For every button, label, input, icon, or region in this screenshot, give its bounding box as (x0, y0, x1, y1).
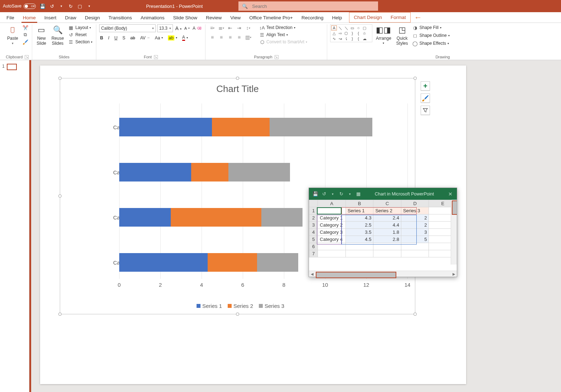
row-header[interactable]: 2 (309, 214, 318, 222)
shape-star-icon[interactable]: ☆ (362, 31, 367, 36)
cell[interactable]: 2.4 (373, 214, 401, 222)
chart-bar-segment[interactable] (191, 163, 228, 182)
resize-handle[interactable] (236, 313, 239, 316)
excel-grid[interactable]: ABCDE1Series 1Series 2Series 32Category … (309, 200, 457, 271)
numbering-button[interactable]: ≣▾ (217, 24, 225, 32)
shape-fill-button[interactable]: ◑Shape Fill▾ (412, 24, 450, 31)
cell[interactable]: 1.8 (373, 229, 401, 236)
cell[interactable] (318, 250, 346, 257)
cell[interactable]: 3.5 (345, 229, 373, 236)
shape-rect-icon[interactable]: ▭ (349, 25, 355, 30)
resize-handle[interactable] (58, 194, 62, 198)
row-header[interactable]: 3 (309, 222, 318, 229)
tab-transitions[interactable]: Transitions (104, 13, 136, 23)
tab-design[interactable]: Design (81, 13, 104, 23)
shape-conn-icon[interactable]: ⤹ (343, 36, 349, 41)
cell[interactable]: Series 3 (401, 207, 429, 214)
shape-curl1-icon[interactable]: ∿ (331, 36, 337, 41)
column-header[interactable]: D (401, 200, 429, 207)
chart-bar-segment[interactable] (119, 118, 212, 136)
canvas[interactable]: Chart Title 02468101214Category 4Categor… (29, 60, 561, 392)
columns-button[interactable]: ▥▾ (244, 34, 252, 41)
font-color-button[interactable]: A▾ (182, 34, 189, 41)
quick-styles-button[interactable]: ◳ Quick Styles (395, 24, 410, 47)
cell[interactable]: Series 1 (345, 207, 373, 214)
reuse-slides-button[interactable]: 🔍 Reuse Slides (50, 24, 66, 47)
row-header[interactable]: 6 (309, 243, 318, 250)
slide[interactable]: Chart Title 02468101214Category 4Categor… (40, 66, 466, 384)
dialog-launcher-icon[interactable]: ↘ (25, 55, 29, 59)
undo-icon[interactable]: ↺ (321, 191, 327, 197)
autosave-toggle[interactable]: AutoSave Off (3, 4, 36, 9)
paste-button[interactable]: Paste ▾ (6, 24, 20, 46)
cell[interactable]: 2.5 (345, 222, 373, 229)
clear-formatting-icon[interactable]: A⌫ (192, 25, 202, 31)
chart-bar-segment[interactable] (119, 163, 191, 182)
copy-button[interactable]: ⧉ (22, 32, 29, 38)
chart-bar-segment[interactable] (208, 253, 257, 272)
increase-font-icon[interactable]: A▴ (174, 25, 182, 32)
reset-button[interactable]: ↺Reset (67, 32, 93, 38)
text-direction-button[interactable]: ↕AText Direction▾ (258, 24, 308, 31)
tab-view[interactable]: View (226, 13, 245, 23)
resize-handle[interactable] (414, 313, 417, 316)
close-icon[interactable]: ✕ (448, 191, 453, 197)
chart-bar-segment[interactable] (270, 118, 373, 136)
shadow-button[interactable]: S (122, 35, 126, 41)
tab-review[interactable]: Review (202, 13, 226, 23)
line-spacing-button[interactable]: ↕▾ (244, 24, 252, 32)
italic-button[interactable]: I (107, 35, 110, 41)
cell[interactable]: 4.4 (373, 222, 401, 229)
chart-data-window[interactable]: 💾 ↺ ▾ ↻ ▾ ▦ Chart in Microsoft PowerPoin… (309, 188, 457, 277)
tab-help[interactable]: Help (328, 13, 347, 23)
excel-titlebar[interactable]: 💾 ↺ ▾ ↻ ▾ ▦ Chart in Microsoft PowerPoin… (309, 188, 457, 200)
chart-bar-segment[interactable] (228, 163, 290, 182)
cell[interactable] (345, 243, 373, 250)
shape-arrow-icon[interactable]: ⇨ (337, 31, 343, 36)
cell[interactable] (318, 207, 346, 214)
chart-bar-segment[interactable] (119, 253, 208, 272)
scrollbar-thumb[interactable] (452, 200, 457, 215)
shapes-gallery[interactable]: A ＼ ＼ ▭ ○ ▢ △ ⇨ ⬡ } { ☆ ∿ ↝ ⤹ } { ☁ (330, 24, 372, 42)
shape-r-rect-icon[interactable]: ▢ (362, 25, 367, 30)
shape-hex-icon[interactable]: ⬡ (343, 31, 349, 36)
cell[interactable] (373, 243, 401, 250)
shape-rbrace2-icon[interactable]: } (349, 36, 355, 41)
undo-icon[interactable]: ↺ (49, 3, 55, 9)
shape-lbrace-icon[interactable]: { (356, 31, 361, 36)
justify-button[interactable]: ≡ (235, 34, 243, 41)
align-right-button[interactable]: ≡ (226, 34, 234, 41)
align-left-button[interactable]: ≡ (208, 34, 216, 41)
save-icon[interactable]: 💾 (313, 191, 318, 197)
cell[interactable] (401, 250, 429, 257)
shape-outline-button[interactable]: ◻Shape Outline▾ (412, 32, 450, 39)
cell[interactable]: Category 3 (318, 229, 346, 236)
character-spacing-button[interactable]: AV↔ (139, 35, 150, 41)
row-header[interactable]: 4 (309, 229, 318, 236)
column-header[interactable]: C (373, 200, 401, 207)
row-header[interactable]: 5 (309, 236, 318, 243)
convert-smartart-button[interactable]: ⬡Convert to SmartArt▾ (258, 39, 308, 45)
excel-scrollbar-vertical[interactable] (451, 200, 457, 265)
tab-slideshow[interactable]: Slide Show (169, 13, 202, 23)
scroll-left-icon[interactable]: ◀ (309, 271, 315, 277)
shape-triangle-icon[interactable]: △ (331, 31, 337, 36)
dialog-launcher-icon[interactable]: ↘ (154, 55, 158, 59)
tab-chart-design[interactable]: Chart Design (349, 13, 386, 22)
edit-data-icon[interactable]: ▦ (356, 191, 361, 197)
format-painter-button[interactable]: 🖌️ (22, 39, 29, 45)
cell[interactable] (345, 250, 373, 257)
redo-icon[interactable]: ↻ (338, 191, 344, 197)
change-case-button[interactable]: Aa▾ (154, 35, 164, 41)
cell[interactable]: 5 (401, 236, 429, 243)
cell[interactable]: 2.8 (373, 236, 401, 243)
chart-bar-segment[interactable] (261, 208, 303, 227)
chart-elements-button[interactable]: + (421, 81, 430, 91)
chevron-down-icon[interactable]: ▾ (347, 191, 353, 197)
font-name-combo[interactable]: Calibri (Body)▾ (99, 24, 156, 32)
cell[interactable]: 2 (401, 222, 429, 229)
chart-bar-segment[interactable] (212, 118, 270, 136)
layout-button[interactable]: ▦Layout▾ (67, 24, 93, 31)
highlight-button[interactable]: ab▾ (167, 35, 178, 41)
shape-rbrace-icon[interactable]: } (349, 31, 355, 36)
